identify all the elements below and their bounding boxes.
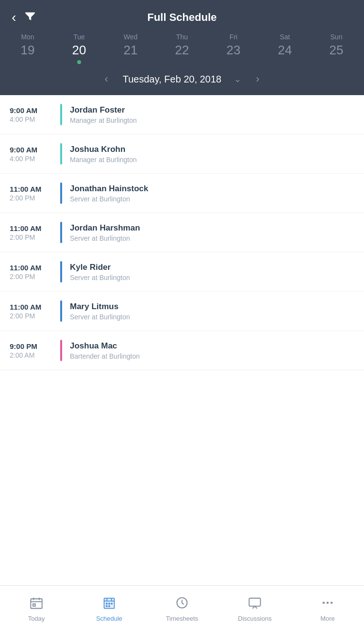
employee-info: Jordan FosterManager at Burlington [70, 104, 137, 125]
employee-name: Jordan Foster [70, 105, 137, 115]
day-number: 22 [175, 44, 189, 56]
shift-end-time: 2:00 PM [10, 233, 53, 241]
shift-color-bar [60, 222, 62, 243]
tab-label-discussions: Discussions [238, 615, 271, 622]
schedule-item[interactable]: 9:00 PM2:00 AMJoshua MacBartender at Bur… [0, 331, 364, 370]
date-dropdown-icon[interactable]: ⌄ [234, 74, 241, 84]
today-dot [77, 60, 81, 64]
svg-rect-11 [111, 603, 113, 605]
date-navigator: ‹ Tuesday, Feb 20, 2018 ⌄ › [0, 66, 364, 95]
day-name: Sun [331, 33, 343, 41]
employee-info: Joshua KrohnManager at Burlington [70, 143, 137, 165]
tab-label-more: More [320, 615, 335, 622]
tab-label-timesheets: Timesheets [166, 615, 199, 622]
time-block: 9:00 AM4:00 PM [10, 104, 53, 125]
svg-rect-13 [108, 605, 110, 607]
day-col-19[interactable]: Mon19 [2, 33, 53, 66]
shift-end-time: 4:00 PM [10, 116, 53, 123]
shift-color-bar [60, 104, 62, 125]
time-block: 9:00 PM2:00 AM [10, 340, 53, 361]
schedule-item[interactable]: 11:00 AM2:00 PMJonathan HainstockServer … [0, 174, 364, 213]
employee-role: Server at Burlington [70, 274, 130, 281]
employee-role: Server at Burlington [70, 313, 130, 321]
day-col-24[interactable]: Sat24 [259, 33, 311, 66]
employee-name: Mary Litmus [70, 302, 130, 312]
day-number: 24 [278, 44, 292, 56]
tab-schedule[interactable]: Schedule [73, 592, 146, 622]
employee-role: Server at Burlington [70, 195, 149, 203]
dot-spacer [180, 60, 184, 64]
employee-name: Joshua Krohn [70, 145, 137, 154]
schedule-item[interactable]: 9:00 AM4:00 PMJoshua KrohnManager at Bur… [0, 134, 364, 174]
day-name: Thu [176, 33, 188, 41]
page-title: Full Schedule [147, 11, 216, 24]
day-col-23[interactable]: Fri23 [208, 33, 259, 66]
today-icon [30, 596, 43, 613]
svg-rect-10 [108, 603, 110, 605]
day-col-25[interactable]: Sun25 [311, 33, 362, 66]
filter-button[interactable] [24, 10, 36, 25]
employee-name: Kyle Rider [70, 263, 130, 272]
employee-role: Bartender at Burlington [70, 352, 140, 360]
schedule-icon [102, 596, 116, 613]
selected-date-label: Tuesday, Feb 20, 2018 [123, 74, 221, 85]
time-block: 11:00 AM2:00 PM [10, 300, 53, 322]
day-name: Fri [230, 33, 237, 41]
svg-point-16 [323, 601, 325, 604]
shift-end-time: 2:00 PM [10, 273, 53, 281]
app-header: ‹ Full Schedule [0, 0, 364, 25]
schedule-item[interactable]: 11:00 AM2:00 PMJordan HarshmanServer at … [0, 213, 364, 252]
day-number: 23 [227, 44, 241, 56]
tab-bar: TodayScheduleTimesheetsDiscussionsMore [0, 585, 364, 628]
employee-info: Joshua MacBartender at Burlington [70, 340, 140, 361]
employee-info: Mary LitmusServer at Burlington [70, 300, 130, 322]
employee-info: Kyle RiderServer at Burlington [70, 261, 130, 282]
svg-rect-9 [106, 603, 108, 605]
svg-rect-15 [249, 598, 260, 606]
shift-color-bar [60, 182, 62, 204]
day-name: Wed [124, 33, 138, 41]
schedule-item[interactable]: 11:00 AM2:00 PMKyle RiderServer at Burli… [0, 252, 364, 292]
prev-date-button[interactable]: ‹ [99, 73, 113, 85]
dot-spacer [283, 60, 287, 64]
dot-spacer [129, 60, 132, 64]
back-button[interactable]: ‹ [12, 11, 16, 24]
shift-start-time: 11:00 AM [10, 185, 53, 193]
tab-label-today: Today [28, 615, 45, 622]
employee-info: Jonathan HainstockServer at Burlington [70, 182, 149, 204]
day-col-21[interactable]: Wed21 [105, 33, 156, 66]
time-block: 11:00 AM2:00 PM [10, 261, 53, 282]
day-number: 19 [21, 44, 35, 56]
shift-color-bar [60, 300, 62, 322]
svg-rect-0 [31, 598, 42, 608]
shift-end-time: 4:00 PM [10, 155, 53, 163]
shift-end-time: 2:00 PM [10, 312, 53, 320]
schedule-item[interactable]: 11:00 AM2:00 PMMary LitmusServer at Burl… [0, 292, 364, 331]
day-number: 25 [330, 44, 344, 56]
time-block: 11:00 AM2:00 PM [10, 222, 53, 243]
day-number: 21 [124, 44, 138, 56]
employee-role: Manager at Burlington [70, 116, 137, 124]
filter-icon [24, 10, 36, 22]
tab-today[interactable]: Today [0, 592, 73, 622]
employee-info: Jordan HarshmanServer at Burlington [70, 222, 140, 243]
day-col-22[interactable]: Thu22 [156, 33, 208, 66]
time-block: 9:00 AM4:00 PM [10, 143, 53, 165]
employee-name: Joshua Mac [70, 341, 140, 351]
week-days-row: Mon19Tue20Wed21Thu22Fri23Sat24Sun25 [0, 33, 364, 66]
calendar-week: Mon19Tue20Wed21Thu22Fri23Sat24Sun25 [0, 25, 364, 66]
shift-color-bar [60, 261, 62, 282]
tab-discussions[interactable]: Discussions [218, 592, 291, 622]
time-block: 11:00 AM2:00 PM [10, 182, 53, 204]
tab-timesheets[interactable]: Timesheets [146, 592, 218, 622]
employee-name: Jonathan Hainstock [70, 184, 149, 194]
schedule-item[interactable]: 9:00 AM4:00 PMJordan FosterManager at Bu… [0, 95, 364, 134]
next-date-button[interactable]: › [251, 73, 264, 85]
discussions-icon [248, 596, 262, 613]
shift-end-time: 2:00 PM [10, 194, 53, 202]
tab-more[interactable]: More [291, 592, 364, 622]
employee-role: Server at Burlington [70, 234, 140, 242]
day-name: Mon [21, 33, 34, 41]
more-icon [321, 596, 334, 613]
day-col-20[interactable]: Tue20 [53, 33, 105, 66]
